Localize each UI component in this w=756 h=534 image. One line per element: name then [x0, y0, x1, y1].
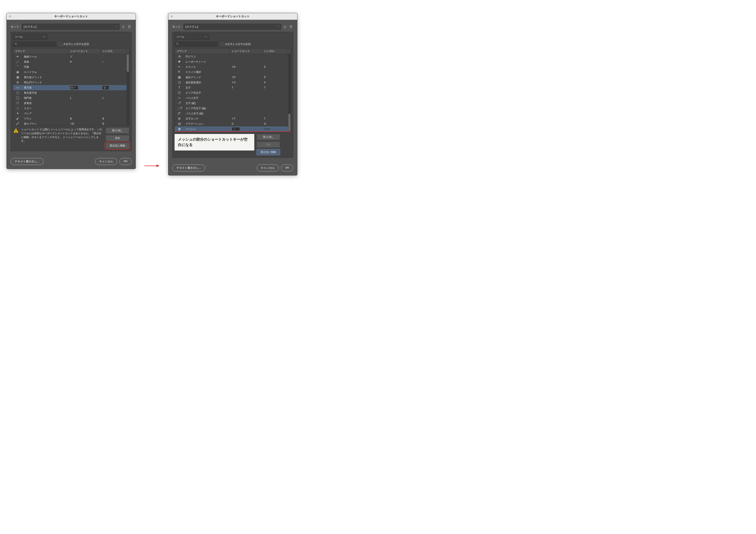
shortcut-cell[interactable]	[230, 95, 262, 101]
table-row[interactable]: ▦メッシュ×	[175, 126, 291, 132]
table-row[interactable]: ✂スライス⇧KK	[175, 64, 291, 69]
table-row[interactable]: ◉スパイラル	[13, 69, 129, 75]
save-icon[interactable]	[121, 24, 126, 29]
table-row[interactable]: ∿パス上文字	[175, 95, 291, 101]
save-icon[interactable]	[283, 24, 287, 29]
table-row[interactable]: ▦長方形グリッド	[13, 75, 129, 80]
shortcut-cell[interactable]: B	[68, 116, 101, 121]
scrollbar[interactable]	[126, 54, 129, 125]
undo-button[interactable]: 取り消し	[106, 127, 129, 134]
case-checkbox[interactable]: 大文字と小文字を区別	[59, 42, 89, 46]
table-row[interactable]: ◯楕円形LL	[13, 95, 129, 101]
table-row[interactable]: ∫Tパス上文字 (縦)	[175, 111, 291, 116]
table-row[interactable]: ／直線¥\	[13, 59, 129, 64]
clear-button[interactable]: 消去	[256, 141, 280, 148]
goto-conflict-button[interactable]: 競合先に移動	[106, 142, 129, 149]
radar-icon: ✱	[175, 59, 184, 64]
shortcut-cell[interactable]: L	[68, 95, 101, 101]
shortcut-cell[interactable]: ⇧K	[230, 64, 262, 69]
shortcut-cell[interactable]	[68, 64, 101, 69]
shortcut-cell[interactable]	[230, 90, 262, 95]
table-row[interactable]: ▩遠近グリッド⇧PP	[175, 75, 291, 80]
shortcut-cell[interactable]	[68, 75, 101, 80]
case-checkbox[interactable]: 大文字と小文字を区別	[221, 42, 251, 46]
export-button[interactable]: テキスト書き出し...	[172, 165, 205, 171]
shortcut-cell[interactable]	[68, 90, 101, 95]
shortcut-cell[interactable]	[230, 54, 262, 59]
shortcut-input[interactable]: U×	[70, 86, 78, 89]
shortcut-cell[interactable]	[68, 80, 101, 85]
category-select[interactable]: ツール ﹀	[13, 34, 47, 39]
search-input-wrap[interactable]	[13, 42, 56, 46]
table-row[interactable]: ⌒円弧	[13, 64, 129, 69]
shortcut-input[interactable]: ×	[232, 127, 240, 131]
table-body[interactable]: ✒曲線ツール⇧``／直線¥\⌒円弧◉スパイラル▦長方形グリッド⊛同心円グリッド▭…	[13, 54, 129, 125]
table-row[interactable]: ▢角丸長方形	[13, 90, 129, 95]
shortcut-cell[interactable]	[230, 101, 262, 106]
trash-icon[interactable]	[127, 24, 132, 29]
table-row[interactable]: ⊛同心円グリッド	[13, 80, 129, 85]
search-input[interactable]	[180, 43, 216, 46]
table-row[interactable]: ▤グラデーションGG	[175, 121, 291, 126]
table-row[interactable]: ▭長方形U×U	[13, 85, 129, 90]
table-row[interactable]: T文字TT	[175, 85, 291, 90]
table-row[interactable]: ⊞文字タッチ⇧TT	[175, 116, 291, 121]
table-body[interactable]: ◔円グラフ✱レーダーチャート✂スライス⇧KK⇱スライス選択▩遠近グリッド⇧PP◳…	[175, 54, 291, 132]
table-row[interactable]: ✦フレア	[13, 111, 129, 116]
export-button[interactable]: テキスト書き出し...	[11, 158, 43, 165]
table-row[interactable]: ↓T文字 (縦)	[175, 101, 291, 106]
dialog-title: キーボードショートカット	[216, 15, 250, 18]
category-select[interactable]: ツール ﹀	[175, 34, 209, 39]
shortcut-cell[interactable]: ⇧P	[230, 75, 262, 80]
ok-button[interactable]: OK	[281, 165, 293, 171]
shortcut-cell[interactable]	[68, 69, 101, 75]
shortcut-cell[interactable]	[68, 101, 101, 106]
shortcut-cell[interactable]: ⇧V	[230, 80, 262, 85]
shortcut-cell[interactable]: ⇧`	[68, 54, 101, 59]
table-row[interactable]: ⇱スライス選択	[175, 69, 291, 75]
footer: テキスト書き出し... キャンセル OK	[168, 161, 297, 175]
ok-button[interactable]: OK	[120, 158, 132, 165]
cancel-button[interactable]: キャンセル	[95, 158, 117, 165]
shortcut-cell[interactable]: ¥	[68, 59, 101, 64]
shortcut-cell[interactable]: G	[230, 121, 262, 126]
scroll-thumb[interactable]	[127, 55, 129, 72]
shortcut-cell[interactable]	[230, 59, 262, 64]
table-row[interactable]: ✱レーダーチャート	[175, 59, 291, 64]
shortcut-cell[interactable]	[230, 69, 262, 75]
shortcut-cell[interactable]	[68, 111, 101, 116]
window-close-dot[interactable]	[171, 15, 173, 18]
set-select[interactable]: [カスタム] ﹀	[183, 24, 281, 30]
table-row[interactable]: ◔円グラフ	[175, 54, 291, 59]
pie-icon: ◔	[175, 54, 184, 59]
shortcut-cell[interactable]: U×	[68, 85, 101, 90]
window-close-dot[interactable]	[9, 15, 11, 18]
shortcut-cell[interactable]	[230, 111, 262, 116]
table-row[interactable]: ⬚Tエリア内文字 (縦)	[175, 106, 291, 111]
table-row[interactable]: ◳遠近図形選択⇧VV	[175, 80, 291, 85]
table-row[interactable]: 🖍塗りブラシ⇧BB	[13, 121, 129, 125]
clear-button[interactable]: 消去	[106, 135, 129, 141]
clear-shortcut-icon[interactable]: ×	[74, 86, 75, 89]
table-row[interactable]: Ⓣエリア内文字	[175, 90, 291, 95]
search-input-wrap[interactable]	[175, 42, 218, 46]
clear-shortcut-icon[interactable]: ×	[233, 128, 235, 130]
shortcut-cell[interactable]: T	[230, 85, 262, 90]
table-row[interactable]: ⬡多角形	[13, 101, 129, 106]
shortcut-cell[interactable]: ×	[230, 126, 262, 132]
shortcut-cell[interactable]: ⇧T	[230, 116, 262, 121]
set-select[interactable]: [カスタム] ﹀	[22, 24, 120, 30]
search-input[interactable]	[18, 43, 55, 46]
table-row[interactable]: ☆スター	[13, 106, 129, 111]
undo-button[interactable]: 取り消し	[256, 134, 280, 140]
scrollbar[interactable]	[288, 54, 291, 132]
table-row[interactable]: ✒曲線ツール⇧``	[13, 54, 129, 59]
shortcut-cell[interactable]: ⇧B	[68, 121, 101, 125]
trash-icon[interactable]	[288, 24, 293, 29]
table-row[interactable]: 🖌ブラシBB	[13, 116, 129, 121]
shortcut-cell[interactable]	[68, 106, 101, 111]
scroll-thumb[interactable]	[288, 114, 290, 131]
shortcut-cell[interactable]	[230, 106, 262, 111]
goto-conflict-button[interactable]: 競合先に移動	[256, 149, 280, 155]
cancel-button[interactable]: キャンセル	[257, 165, 279, 171]
